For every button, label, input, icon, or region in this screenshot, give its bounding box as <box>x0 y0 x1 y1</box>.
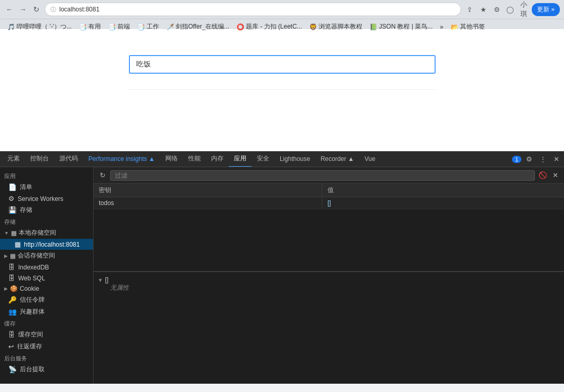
tab-memory[interactable]: 内存 <box>206 152 229 167</box>
tab-sources[interactable]: 源代码 <box>54 152 83 167</box>
bookmark-bilibili[interactable]: 🎵 哔哩哔哩（ '-'）つ... <box>4 21 75 32</box>
indexeddb-icon: 🗄 <box>8 263 15 271</box>
script-icon: 🦁 <box>309 23 317 31</box>
devtools-sidebar: 应用 📄 清单 ⚙ Service Workers 💾 存储 存储 ▼ ▦ 本地… <box>0 167 94 384</box>
tab-application[interactable]: 应用 <box>229 152 252 167</box>
bookmark-jianzhi[interactable]: 🗡️ 剑指Offer_在线编... <box>163 21 232 32</box>
table-row[interactable]: todos [] <box>94 197 564 209</box>
bookmark-button[interactable]: ★ <box>478 4 489 15</box>
profile-button[interactable]: 小琪 <box>518 4 530 15</box>
todo-box <box>129 55 436 90</box>
sidebar-item-interest-groups[interactable]: 👥 兴趣群体 <box>0 306 93 318</box>
cell-key: todos <box>94 197 322 209</box>
manifest-icon: 📄 <box>8 183 17 191</box>
tab-security[interactable]: 安全 <box>252 152 274 167</box>
address-bar[interactable]: ⓘ localhost:8081 <box>45 3 461 16</box>
notification-badge: 1 <box>512 156 521 163</box>
tab-elements[interactable]: 元素 <box>2 152 25 167</box>
sidebar-item-background-fetch[interactable]: 📡 后台提取 <box>0 363 93 375</box>
array-label-row: ▼ [] <box>98 276 560 283</box>
header-key: 密钥 <box>94 184 322 197</box>
json-icon: 📗 <box>370 23 377 31</box>
other-folder-icon: 📂 <box>451 23 458 31</box>
clear-button[interactable]: ✕ <box>550 171 560 180</box>
expand-array-triangle[interactable]: ▼ <box>98 277 103 283</box>
tab-perf-insights[interactable]: Performance insights ▲ <box>83 152 160 167</box>
tab-console[interactable]: 控制台 <box>25 152 54 167</box>
bookmark-browser-script[interactable]: 🦁 浏览器脚本教程 <box>306 21 365 32</box>
sidebar-item-websql[interactable]: 🗄 Web SQL <box>0 273 93 283</box>
devtools-more-button[interactable]: ⋮ <box>537 154 548 165</box>
cast-button[interactable]: ◯ <box>505 4 516 15</box>
folder-icon-3: 📑 <box>137 23 145 31</box>
section-label-storage: 存储 <box>0 216 93 227</box>
bottom-detail-panel: ▼ [] 无属性 <box>94 271 564 384</box>
background-fetch-icon: 📡 <box>8 366 17 373</box>
section-label-background: 后台服务 <box>0 353 93 363</box>
forward-button[interactable]: → <box>18 4 28 15</box>
bookmark-frontend[interactable]: 📑 前端 <box>105 21 133 32</box>
devtools-body: 应用 📄 清单 ⚙ Service Workers 💾 存储 存储 ▼ ▦ 本地… <box>0 167 564 384</box>
tab-network[interactable]: 网络 <box>160 152 183 167</box>
sidebar-group-cookie[interactable]: ▶ 🍪 Cookie <box>0 283 93 294</box>
bookmark-json[interactable]: 📗 JSON 教程 | 菜鸟... <box>366 21 436 32</box>
tab-lighthouse[interactable]: Lighthouse <box>274 152 316 167</box>
bookmarks-more-button[interactable]: » <box>437 22 447 32</box>
sidebar-item-indexeddb[interactable]: 🗄 IndexedDB <box>0 262 93 273</box>
back-forward-cache-icon: ↩ <box>8 343 14 350</box>
extensions-button[interactable]: ⚙ <box>491 4 503 15</box>
info-icon: ⓘ <box>50 6 56 13</box>
bookmark-leetcode[interactable]: ⭕ 题库 - 力扣 (LeetC... <box>233 21 305 32</box>
no-properties-label: 无属性 <box>98 283 560 292</box>
sidebar-group-session-storage[interactable]: ▶ ▦ 会话存储空间 <box>0 250 93 262</box>
tab-vue[interactable]: Vue <box>359 152 381 167</box>
todo-divider <box>129 89 436 90</box>
cookie-icon: 🍪 <box>10 285 18 292</box>
folder-icon-2: 📑 <box>108 23 116 31</box>
array-label: [] <box>105 276 109 283</box>
expand-triangle-local: ▼ <box>4 231 9 236</box>
trust-token-icon: 🔑 <box>8 296 17 304</box>
tab-recorder[interactable]: Recorder ▲ <box>316 152 360 167</box>
session-storage-icon: ▦ <box>10 252 16 260</box>
sidebar-item-localhost[interactable]: ▦ http://localhost:8081 <box>0 239 93 250</box>
nav-bar: ← → ↻ ⓘ localhost:8081 ⇪ ★ ⚙ ◯ 小琪 更新 » <box>0 0 564 19</box>
back-button[interactable]: ← <box>4 4 15 15</box>
service-workers-icon: ⚙ <box>8 195 15 202</box>
devtools-settings-button[interactable]: ⚙ <box>523 154 535 165</box>
sidebar-item-service-workers[interactable]: ⚙ Service Workers <box>0 193 93 204</box>
update-button[interactable]: 更新 » <box>532 3 560 16</box>
sword-icon: 🗡️ <box>166 23 174 31</box>
page-content <box>0 29 564 151</box>
sidebar-item-back-forward-cache[interactable]: ↩ 往返缓存 <box>0 341 93 353</box>
devtools-close-button[interactable]: ✕ <box>550 154 562 165</box>
cell-value: [] <box>322 197 564 209</box>
leetcode-icon: ⭕ <box>237 23 244 31</box>
main-panel: ↻ 🚫 ✕ 密钥 值 todos [] <box>94 167 564 384</box>
tab-performance[interactable]: 性能 <box>183 152 206 167</box>
bilibili-icon: 🎵 <box>7 23 15 31</box>
delete-button[interactable]: 🚫 <box>538 171 547 180</box>
sidebar-item-storage-clear[interactable]: 💾 存储 <box>0 204 93 216</box>
bookmark-other[interactable]: 📂 其他书签 <box>448 21 488 32</box>
filter-input[interactable] <box>110 170 535 181</box>
storage-icon: 💾 <box>8 206 17 214</box>
bookmark-useful[interactable]: 📑 有用 <box>76 21 104 32</box>
refresh-button[interactable]: ↻ <box>98 171 107 180</box>
sidebar-item-cache-storage[interactable]: 🗄 缓存空间 <box>0 329 93 341</box>
sidebar-group-local-storage[interactable]: ▼ ▦ 本地存储空间 <box>0 227 93 239</box>
sidebar-item-trust-tokens[interactable]: 🔑 信任令牌 <box>0 294 93 306</box>
bottom-panel: ▼ [] 无属性 <box>94 272 564 296</box>
reload-button[interactable]: ↻ <box>31 4 42 15</box>
table-header: 密钥 值 <box>94 184 564 197</box>
section-label-app: 应用 <box>0 170 93 181</box>
websql-icon: 🗄 <box>8 274 15 282</box>
devtools-tabs: 元素 控制台 源代码 Performance insights ▲ 网络 性能 … <box>0 152 564 167</box>
section-label-cache: 缓存 <box>0 318 93 329</box>
browser-toolbar-right: ⇪ ★ ⚙ ◯ 小琪 更新 » <box>464 3 560 16</box>
expand-triangle-cookie: ▶ <box>4 286 8 291</box>
sidebar-item-manifest[interactable]: 📄 清单 <box>0 181 93 193</box>
share-button[interactable]: ⇪ <box>464 4 476 15</box>
todo-input[interactable] <box>129 55 436 74</box>
bookmark-work[interactable]: 📑 工作 <box>134 21 162 32</box>
